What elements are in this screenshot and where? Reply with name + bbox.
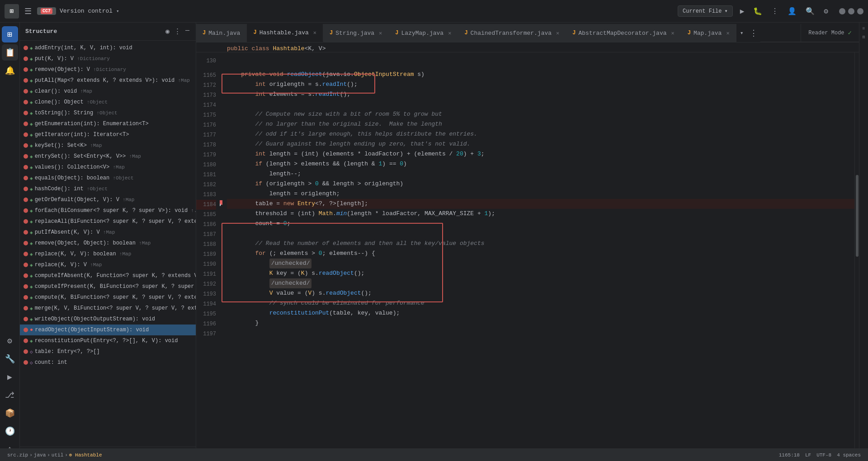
method-icon: ◈ — [30, 338, 33, 344]
item-label: values(): Collection<V> ↑Map — [35, 164, 125, 170]
tab-close-icon[interactable]: ✕ — [448, 30, 451, 37]
list-item[interactable]: ◈ putIfAbsent(K, V): V ↑Map — [20, 227, 196, 238]
sidebar-eye-icon[interactable]: ◉ — [165, 26, 170, 37]
tab-lazymap-java[interactable]: J LazyMap.java ✕ — [389, 24, 458, 42]
status-dot — [24, 111, 28, 115]
list-item[interactable]: ◈ remove(Object): V ↑Dictionary — [20, 64, 196, 75]
list-item[interactable]: ◈ clone(): Object ↑Object — [20, 97, 196, 108]
editor-area: J Main.java J Hashtable.java ✕ J String.… — [196, 23, 859, 461]
code-line: int origlength = s.readInt(); — [227, 80, 854, 89]
status-dot — [24, 339, 28, 343]
search-icon[interactable]: 🔍 — [804, 5, 816, 18]
list-item[interactable]: ◈ remove(Object, Object): boolean ↑Map — [20, 238, 196, 249]
status-position[interactable]: 1165:18 — [777, 452, 802, 458]
list-item[interactable]: ◈ getEnumeration(int): Enumeration<T> — [20, 118, 196, 129]
tab-close-icon[interactable]: ✕ — [313, 29, 316, 36]
field-icon: ◇ — [30, 360, 33, 366]
method-icon: ◈ — [30, 132, 33, 138]
right-icon-1[interactable]: ≡ — [862, 26, 865, 31]
tab-close-icon[interactable]: ✕ — [556, 30, 559, 37]
version-control-label[interactable]: Version control — [60, 8, 113, 14]
list-item[interactable]: ◇ count: int — [20, 357, 196, 368]
tab-more-button[interactable]: ⋮ — [747, 24, 760, 42]
activity-item-home[interactable]: ⊞ — [2, 26, 18, 42]
status-dot — [24, 198, 28, 202]
list-item[interactable]: ◈ addEntry(int, K, V, int): void — [20, 42, 196, 53]
activity-item-git[interactable]: ⎇ — [2, 387, 18, 403]
tab-chainedtransformer-java[interactable]: J ChainedTransformer.java ✕ — [458, 24, 566, 42]
sidebar-minimize-icon[interactable]: ─ — [184, 26, 190, 37]
activity-item-structure[interactable]: 📋 — [2, 44, 18, 61]
tab-close-icon[interactable]: ✕ — [379, 30, 382, 37]
list-item[interactable]: ◈ hashCode(): int ↑Object — [20, 183, 196, 194]
status-dot — [24, 154, 28, 159]
project-badge[interactable]: CC7 — [37, 7, 56, 15]
editor-scrollbar[interactable] — [854, 52, 859, 461]
method-icon: ◈ — [30, 197, 33, 203]
status-dot — [24, 284, 28, 289]
more-actions-icon[interactable]: ⋮ — [769, 5, 780, 18]
status-dot — [24, 56, 28, 61]
debug-icon[interactable]: 🐛 — [751, 5, 764, 18]
activity-item-run[interactable]: ▶ — [2, 369, 18, 385]
run-icon[interactable]: ▶ — [738, 5, 746, 18]
list-item[interactable]: ◈ reconstitutionPut(Entry<?, ?>[], K, V)… — [20, 335, 196, 346]
method-icon: ◈ — [30, 208, 33, 214]
profile-icon[interactable]: 👤 — [786, 5, 798, 18]
list-item[interactable]: ◈ put(K, V): V ↑Dictionary — [20, 53, 196, 64]
code-body[interactable]: private void readObject(java.io.ObjectIn… — [220, 52, 854, 461]
code-line: K key = (K) s.readObject(); — [227, 268, 854, 278]
activity-item-tools[interactable]: 🔧 — [2, 351, 18, 367]
java-icon: J — [203, 30, 206, 36]
tab-main-java[interactable]: J Main.java — [196, 24, 247, 42]
list-item[interactable]: ◈ replaceAll(BiFunction<? super K, ? sup… — [20, 216, 196, 227]
close-button[interactable]: ✕ — [857, 8, 863, 14]
sidebar-more-icon[interactable]: ⋮ — [173, 26, 182, 37]
list-item[interactable]: ◈ entrySet(): Set<Entry<K, V>> ↑Map — [20, 151, 196, 162]
list-item[interactable]: ◈ writeObject(ObjectOutputStream): void — [20, 314, 196, 325]
reader-mode-check[interactable]: ✓ — [848, 29, 852, 37]
activity-item-settings[interactable]: ⚙ — [2, 333, 18, 349]
list-item[interactable]: ◈ toString(): String ↑Object — [20, 108, 196, 118]
list-item[interactable]: ◈ getIterator(int): Iterator<T> — [20, 129, 196, 140]
list-item[interactable]: ◈ computeIfAbsent(K, Function<? super K,… — [20, 270, 196, 281]
activity-item-history[interactable]: 🕐 — [2, 423, 18, 439]
maximize-button[interactable]: □ — [848, 8, 854, 14]
activity-item-notifications[interactable]: 🔔 — [2, 62, 18, 79]
list-item[interactable]: ◈ clear(): void ↑Map — [20, 86, 196, 97]
current-file-button[interactable]: Current File ▾ — [678, 5, 733, 17]
list-item[interactable]: ◈ equals(Object): boolean ↑Object — [20, 173, 196, 183]
settings-icon[interactable]: ⚙ — [822, 5, 830, 18]
list-item[interactable]: ◈ merge(K, V, BiFunction<? super V, ? su… — [20, 303, 196, 314]
list-item[interactable]: ◈ replace(K, V, V): boolean ↑Map — [20, 249, 196, 259]
list-item[interactable]: ◈ keySet(): Set<K> ↑Map — [20, 140, 196, 151]
tab-close-icon[interactable]: ✕ — [726, 30, 729, 37]
item-label: addEntry(int, K, V, int): void — [35, 45, 132, 51]
tab-string-java[interactable]: J String.java ✕ — [323, 24, 389, 42]
hamburger-icon[interactable]: ☰ — [23, 5, 33, 18]
list-item-selected[interactable]: ● readObject(ObjectInputStream): void — [20, 325, 196, 335]
method-icon: ◈ — [30, 165, 33, 170]
list-item[interactable]: ◇ table: Entry<?, ?>[] — [20, 346, 196, 357]
tab-hashtable-java[interactable]: J Hashtable.java ✕ — [247, 24, 323, 42]
status-encoding[interactable]: UTF-8 — [815, 452, 833, 458]
list-item[interactable]: ◈ values(): Collection<V> ↑Map — [20, 162, 196, 173]
list-item[interactable]: ◈ replace(K, V): V ↑Map — [20, 259, 196, 270]
editor-wrapper: public class Hashtable<K, V> 130 1165 11… — [196, 42, 859, 461]
minimize-button[interactable]: ─ — [839, 8, 845, 14]
status-spaces[interactable]: 4 spaces — [835, 452, 863, 458]
scrollbar-thumb[interactable] — [856, 175, 859, 257]
tab-map-java[interactable]: J Map.java ✕ — [681, 24, 736, 42]
right-icon-2[interactable]: m — [862, 35, 865, 40]
tab-close-icon[interactable]: ✕ — [671, 30, 675, 37]
list-item[interactable]: ◈ putAll(Map<? extends K, ? extends V>):… — [20, 75, 196, 86]
list-item[interactable]: ◈ compute(K, BiFunction<? super K, ? sup… — [20, 292, 196, 303]
list-item[interactable]: ◈ computeIfPresent(K, BiFunction<? super… — [20, 281, 196, 292]
list-item[interactable]: ◈ forEach(BiConsumer<? super K, ? super … — [20, 205, 196, 216]
status-lf[interactable]: LF — [803, 452, 813, 458]
tab-overflow-chevron[interactable]: ▾ — [736, 24, 747, 42]
tab-abstractmapdecorator-java[interactable]: J AbstractMapDecorator.java ✕ — [566, 24, 681, 42]
list-item[interactable]: ◈ getOrDefault(Object, V): V ↑Map — [20, 194, 196, 205]
activity-item-dependencies[interactable]: 📦 — [2, 405, 18, 421]
status-path[interactable]: src.zip › java › util › ⊕ Hashtable — [5, 452, 104, 458]
